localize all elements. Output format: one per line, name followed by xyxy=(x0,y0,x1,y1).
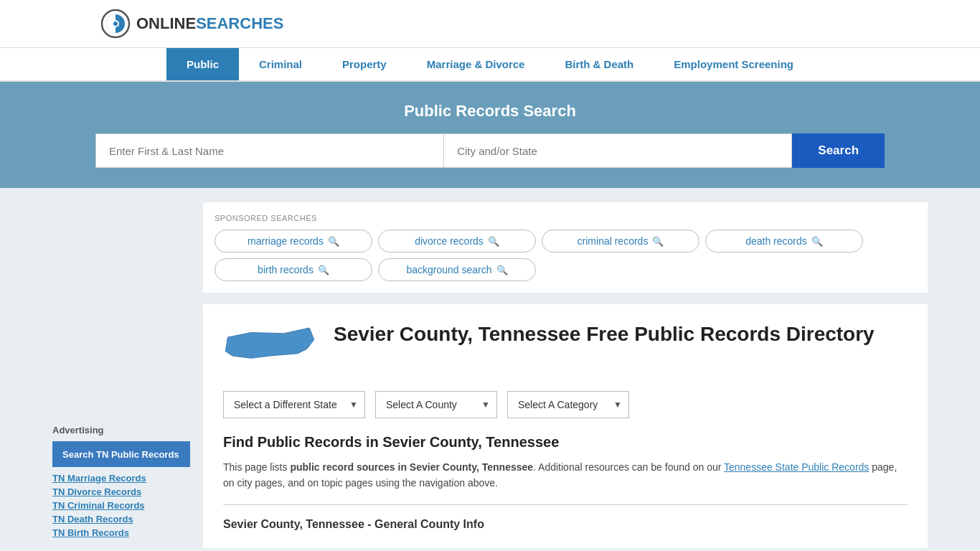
nav-birth-death[interactable]: Birth & Death xyxy=(545,48,654,80)
find-body-text1: This page lists xyxy=(223,461,290,473)
location-input[interactable] xyxy=(443,133,792,168)
sidebar-link-marriage[interactable]: TN Marriage Records xyxy=(52,473,190,484)
sponsored-label: SPONSORED SEARCHES xyxy=(215,214,916,222)
find-body-bold: public record sources in Sevier County, … xyxy=(290,461,533,473)
sidebar-links: TN Marriage Records TN Divorce Records T… xyxy=(52,473,190,538)
page-header: ONLINESEARCHES xyxy=(0,0,980,48)
svg-marker-3 xyxy=(225,328,314,358)
section-divider xyxy=(223,504,908,505)
directory-header: Sevier County, Tennessee Free Public Rec… xyxy=(223,321,908,374)
pill-death[interactable]: death records 🔍 xyxy=(705,230,863,253)
sidebar-ad-link[interactable]: Search TN Public Records xyxy=(62,449,179,460)
pill-marriage-text: marriage records xyxy=(248,235,324,247)
sidebar-link-divorce[interactable]: TN Divorce Records xyxy=(52,486,190,497)
pill-marriage[interactable]: marriage records 🔍 xyxy=(215,230,372,253)
tn-map xyxy=(223,321,316,374)
search-bar: Search xyxy=(95,133,885,168)
section-subtitle: Sevier County, Tennessee - General Count… xyxy=(223,518,908,531)
main-nav: Public Criminal Property Marriage & Divo… xyxy=(0,48,980,82)
search-icon-death: 🔍 xyxy=(811,236,823,247)
pill-divorce[interactable]: divorce records 🔍 xyxy=(378,230,536,253)
nav-public[interactable]: Public xyxy=(166,48,239,80)
search-icon-marriage: 🔍 xyxy=(328,236,339,247)
pill-birth[interactable]: birth records 🔍 xyxy=(215,258,372,281)
logo[interactable]: ONLINESEARCHES xyxy=(100,9,283,39)
state-dropdown-wrap: Select a Different State ▼ xyxy=(223,391,365,418)
county-dropdown-wrap: Select A County ▼ xyxy=(375,391,497,418)
dropdowns: Select a Different State ▼ Select A Coun… xyxy=(223,391,908,418)
hero-title: Public Records Search xyxy=(43,102,937,121)
search-icon-birth: 🔍 xyxy=(318,265,329,276)
nav-marriage-divorce[interactable]: Marriage & Divorce xyxy=(407,48,545,80)
hero-section: Public Records Search Search xyxy=(0,82,980,188)
pill-criminal[interactable]: criminal records 🔍 xyxy=(542,230,699,253)
sponsored-section: SPONSORED SEARCHES marriage records 🔍 di… xyxy=(203,202,928,293)
nav-property[interactable]: Property xyxy=(322,48,407,80)
name-input[interactable] xyxy=(95,133,443,168)
logo-text: ONLINESEARCHES xyxy=(136,14,283,33)
main-content: SPONSORED SEARCHES marriage records 🔍 di… xyxy=(203,202,928,548)
logo-icon xyxy=(100,9,131,39)
search-button[interactable]: Search xyxy=(792,133,885,168)
search-pills: marriage records 🔍 divorce records 🔍 cri… xyxy=(215,230,916,281)
find-body-text2: . Additional resources can be found on o… xyxy=(533,461,724,473)
left-sidebar: Advertising Search TN Public Records TN … xyxy=(52,202,203,548)
sidebar-ad-box[interactable]: Search TN Public Records xyxy=(52,441,190,467)
category-dropdown-wrap: Select A Category ▼ xyxy=(507,391,629,418)
sidebar-link-birth[interactable]: TN Birth Records xyxy=(52,527,190,538)
find-body-link[interactable]: Tennessee State Public Records xyxy=(724,461,869,473)
category-dropdown[interactable]: Select A Category xyxy=(507,391,629,418)
search-icon-background: 🔍 xyxy=(496,265,508,276)
sidebar-link-death[interactable]: TN Death Records xyxy=(52,514,190,524)
pill-criminal-text: criminal records xyxy=(578,235,649,247)
find-title: Find Public Records in Sevier County, Te… xyxy=(223,434,908,451)
sidebar-link-criminal[interactable]: TN Criminal Records xyxy=(52,500,190,511)
county-dropdown[interactable]: Select A County xyxy=(375,391,497,418)
pill-birth-text: birth records xyxy=(258,264,314,276)
pill-death-text: death records xyxy=(745,235,807,247)
find-body: This page lists public record sources in… xyxy=(223,459,908,491)
search-icon-divorce: 🔍 xyxy=(488,236,499,247)
nav-employment[interactable]: Employment Screening xyxy=(654,48,814,80)
directory-section: Sevier County, Tennessee Free Public Rec… xyxy=(203,304,928,548)
svg-point-2 xyxy=(113,22,118,26)
content-wrapper: Advertising Search TN Public Records TN … xyxy=(45,188,935,551)
directory-title: Sevier County, Tennessee Free Public Rec… xyxy=(334,321,875,347)
tn-map-svg xyxy=(223,321,316,372)
pill-background[interactable]: background search 🔍 xyxy=(378,258,536,281)
pill-divorce-text: divorce records xyxy=(415,235,484,247)
nav-criminal[interactable]: Criminal xyxy=(239,48,322,80)
state-dropdown[interactable]: Select a Different State xyxy=(223,391,365,418)
sidebar-advertising-label: Advertising xyxy=(52,425,190,435)
search-icon-criminal: 🔍 xyxy=(652,236,664,247)
pill-background-text: background search xyxy=(406,264,491,276)
